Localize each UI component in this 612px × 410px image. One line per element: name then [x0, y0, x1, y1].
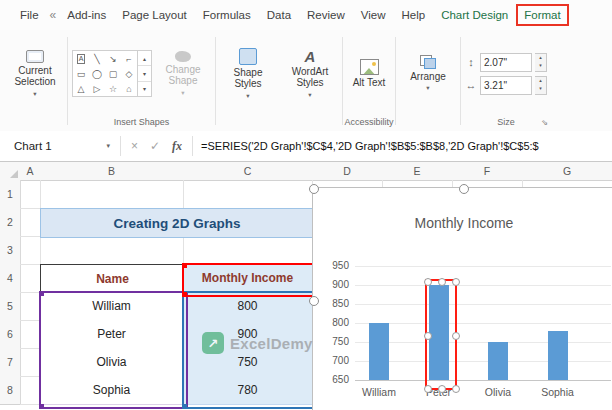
shape-icon[interactable]: A [73, 51, 89, 66]
formula-bar-divider [120, 136, 121, 156]
current-selection-button[interactable]: Current Selection ▾ [7, 50, 63, 97]
column-header-b[interactable]: B [40, 162, 184, 181]
chevron-down-icon: ▾ [33, 90, 36, 97]
shapes-gallery-scrollbar[interactable]: ▴▾▾ [138, 50, 152, 97]
point-selection-handle[interactable] [424, 278, 432, 286]
chart-resize-handle[interactable] [309, 296, 319, 306]
shape-icon[interactable]: ⌂ [121, 81, 137, 96]
width-icon: ↔ [465, 79, 477, 91]
shape-width-input[interactable]: 3.21" [480, 76, 532, 95]
row-header-4[interactable]: 4 [0, 264, 21, 293]
ribbon-overflow-icon[interactable]: « [47, 3, 60, 27]
income-header-cell[interactable]: Monthly Income [183, 264, 312, 292]
name-header-cell[interactable]: Name [40, 264, 185, 294]
column-header-c[interactable]: C [183, 162, 313, 181]
column-header-g[interactable]: G [522, 162, 612, 181]
gallery-scroll-up-icon[interactable]: ▴ [138, 51, 151, 65]
point-selection-handle[interactable] [452, 332, 460, 340]
shape-icon[interactable]: ╲ [89, 51, 105, 66]
chart-resize-handle[interactable] [459, 184, 469, 194]
row-header-1[interactable]: 1 [0, 180, 21, 209]
chart-object[interactable]: Monthly Income 950900850800750700650Will… [312, 187, 612, 410]
gallery-more-icon[interactable]: ▾ [138, 81, 151, 96]
tab-data[interactable]: Data [259, 4, 299, 26]
height-spinner[interactable]: ▴▾ [535, 53, 547, 72]
point-selection-handle[interactable] [452, 385, 460, 393]
accessibility-group-label: Accessibility [344, 116, 394, 131]
chart-resize-handle[interactable] [309, 184, 319, 194]
enter-icon[interactable]: ✓ [144, 139, 166, 153]
name-cell-olivia[interactable]: Olivia [40, 348, 183, 377]
point-selection-handle[interactable] [424, 332, 432, 340]
bar-william[interactable] [369, 323, 389, 380]
shape-styles-label: Shape Styles [220, 67, 276, 89]
tab-chart-design[interactable]: Chart Design [433, 4, 516, 26]
formula-input[interactable]: =SERIES('2D Graph'!$C$4,'2D Graph'!$B$5:… [197, 140, 612, 152]
column-header-a[interactable]: A [20, 162, 41, 181]
income-cell-sophia[interactable]: 780 [183, 376, 312, 405]
x-axis-line [355, 380, 611, 381]
row-header-7[interactable]: 7 [0, 348, 21, 377]
formula-bar: Chart 1 ▾ × ✓ fx =SERIES('2D Graph'!$C$4… [0, 131, 612, 162]
row-header-8[interactable]: 8 [0, 376, 21, 405]
name-box[interactable]: Chart 1 ▾ [8, 135, 116, 157]
tab-file[interactable]: File [12, 4, 47, 26]
shape-styles-button[interactable]: Shape Styles ▾ [220, 48, 276, 99]
shape-icon[interactable]: ◇ [121, 66, 137, 81]
shape-icon[interactable]: ◯ [89, 66, 105, 81]
shape-height-input[interactable]: 2.07" [480, 53, 532, 72]
column-header-f[interactable]: F [452, 162, 523, 181]
point-selection-handle[interactable] [452, 278, 460, 286]
y-axis-tick-label: 650 [317, 374, 349, 385]
shapes-gallery: A╲↘⌐▭◯▢◇△▷☆⌂ ▴▾▾ [72, 50, 152, 97]
sheet-title-cell[interactable]: Creating 2D Graphs [40, 208, 314, 238]
name-cell-peter[interactable]: Peter [40, 320, 183, 349]
name-box-dropdown-icon[interactable]: ▾ [106, 142, 110, 150]
tab-review[interactable]: Review [299, 4, 353, 26]
tab-page-layout[interactable]: Page Layout [114, 4, 195, 26]
bar-sophia[interactable] [548, 331, 568, 380]
select-all-corner[interactable] [0, 162, 21, 181]
row-header-5[interactable]: 5 [0, 292, 21, 321]
row-header-6[interactable]: 6 [0, 320, 21, 349]
income-cell-olivia[interactable]: 750 [183, 348, 312, 377]
shape-icon[interactable]: △ [73, 81, 89, 96]
row-header-3[interactable]: 3 [0, 236, 21, 265]
column-header-e[interactable]: E [382, 162, 453, 181]
group-arrange: Arrange ▾ [397, 31, 459, 131]
insert-function-icon[interactable]: fx [166, 139, 188, 154]
alt-text-button[interactable]: Alt Text [347, 59, 391, 88]
change-shape-button[interactable]: Change Shape ▾ [155, 51, 211, 96]
point-selection-handle[interactable] [438, 278, 446, 286]
arrange-label: Arrange [410, 71, 446, 82]
tab-format[interactable]: Format [516, 4, 568, 26]
cancel-icon[interactable]: × [125, 139, 144, 153]
tab-view[interactable]: View [353, 4, 394, 26]
tab-help[interactable]: Help [393, 4, 433, 26]
row-header-2[interactable]: 2 [0, 208, 21, 237]
income-cell-william[interactable]: 800 [183, 292, 312, 321]
shape-icon[interactable]: ▢ [105, 66, 121, 81]
income-cell-peter[interactable]: 900 [183, 320, 312, 349]
size-dialog-launcher-icon[interactable]: ⇘ [541, 117, 548, 129]
shape-icon[interactable]: ⌐ [121, 51, 137, 66]
shape-icon[interactable]: ▷ [89, 81, 105, 96]
shape-icon[interactable]: ↘ [105, 51, 121, 66]
bar-olivia[interactable] [488, 342, 508, 380]
name-cell-william[interactable]: William [40, 292, 183, 321]
name-cell-sophia[interactable]: Sophia [40, 376, 183, 405]
shape-icon[interactable]: ☆ [105, 81, 121, 96]
wordart-styles-button[interactable]: A WordArt Styles ▾ [282, 49, 338, 98]
chart-title[interactable]: Monthly Income [313, 215, 612, 231]
tab-formulas[interactable]: Formulas [195, 4, 259, 26]
tab-add-ins[interactable]: Add-ins [59, 4, 114, 26]
gallery-scroll-down-icon[interactable]: ▾ [138, 65, 151, 80]
worksheet-grid[interactable]: Monthly Income 950900850800750700650Will… [0, 162, 612, 410]
shape-icon[interactable]: ▭ [73, 66, 89, 81]
column-header-d[interactable]: D [312, 162, 383, 181]
x-axis-label-william: William [351, 386, 407, 398]
arrange-button[interactable]: Arrange ▾ [400, 55, 456, 91]
point-selection-handle[interactable] [438, 385, 446, 393]
point-selection-handle[interactable] [424, 385, 432, 393]
width-spinner[interactable]: ▴▾ [535, 76, 547, 95]
